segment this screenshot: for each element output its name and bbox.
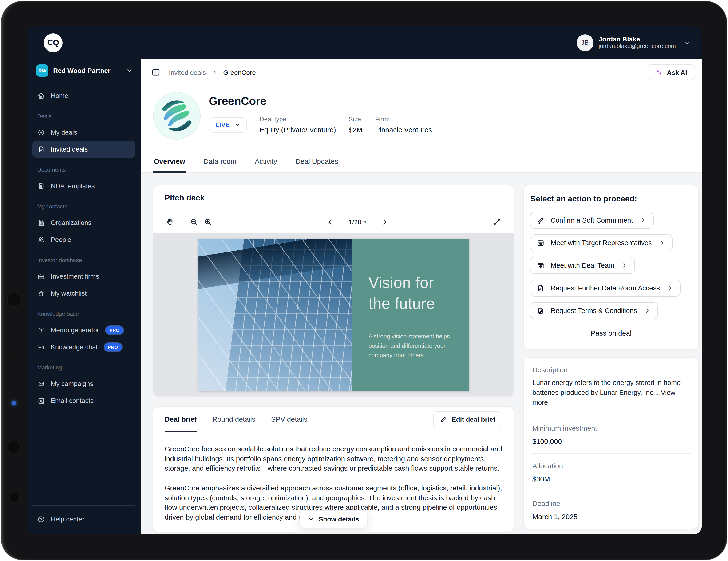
sidebar-item-my-watchlist[interactable]: My watchlist	[32, 285, 135, 302]
tab-deal-updates[interactable]: Deal Updates	[295, 149, 339, 172]
action-label: Request Terms & Conditions	[551, 307, 637, 315]
sidebar-item-my-campaigns[interactable]: My campaigns	[32, 375, 135, 392]
sidebar-item-invited-deals[interactable]: Invited deals	[32, 141, 135, 158]
sidebar-item-help-center[interactable]: Help center	[32, 511, 135, 528]
calendar-clock-icon	[537, 261, 545, 269]
sidebar-item-label: Organizations	[51, 219, 91, 226]
brief-tabbar: Deal brief Round details SPV details Edi…	[153, 407, 514, 432]
deal-size-value: $2M	[349, 126, 362, 134]
deal-type-label: Deal type	[260, 116, 336, 123]
sidebar-item-memo-generator[interactable]: Memo generator PRO	[32, 322, 135, 339]
sidebar-footer: Help center	[32, 505, 135, 534]
user-menu[interactable]: JB Jordan Blake jordan.blake@greencore.c…	[577, 34, 690, 51]
bezel-sensor-dot	[13, 353, 16, 356]
pass-on-deal-link[interactable]: Pass on deal	[530, 329, 692, 337]
app-logo[interactable]: CQ	[44, 33, 63, 52]
pitch-slide: Vision for the future A strong vision st…	[198, 238, 469, 391]
sidebar-item-my-deals[interactable]: My deals	[32, 124, 135, 141]
show-details-button[interactable]: Show details	[299, 510, 367, 528]
action-label: Meet with Target Representatives	[551, 239, 652, 246]
tab-round-details[interactable]: Round details	[212, 407, 255, 432]
allocation-section: Allocation $30M	[531, 454, 691, 491]
zoom-out-icon[interactable]	[187, 215, 201, 229]
sidebar-item-investment-firms[interactable]: Investment firms	[32, 268, 135, 285]
action-request-terms-conditions[interactable]: Request Terms & Conditions	[530, 302, 658, 319]
allocation-label: Allocation	[532, 462, 690, 470]
chevron-down-icon	[234, 122, 240, 128]
slide-body-text: A strong vision statement helps position…	[368, 332, 453, 360]
sidebar-item-nda-templates[interactable]: NDA templates	[32, 177, 135, 194]
bezel-led	[12, 401, 16, 405]
sidebar-item-label: Memo generator	[51, 326, 99, 334]
file-pen-icon	[537, 284, 545, 292]
edit-deal-brief-button[interactable]: Edit deal brief	[433, 411, 502, 427]
user-texts: Jordan Blake jordan.blake@greencore.com	[599, 36, 676, 49]
app-window: CQ JB Jordan Blake jordan.blake@greencor…	[27, 26, 702, 534]
sidebar-item-people[interactable]: People	[32, 231, 135, 248]
sidebar-section-contacts: My contacts	[32, 194, 135, 214]
sidebar-item-label: Email contacts	[51, 397, 94, 404]
sidebar-item-label: My deals	[51, 128, 77, 136]
ask-ai-label: Ask AI	[667, 68, 687, 76]
plus-circle-icon	[37, 128, 45, 136]
tab-overview[interactable]: Overview	[153, 149, 186, 172]
tab-deal-brief[interactable]: Deal brief	[165, 407, 197, 432]
deal-firm-label: Firm:	[375, 116, 432, 123]
sidebar-toggle-icon[interactable]	[151, 68, 160, 77]
chevron-right-icon	[639, 217, 647, 223]
workspace-switcher[interactable]: RW Red Wood Partner	[32, 62, 135, 79]
workspace-name: Red Wood Partner	[53, 67, 121, 74]
overview-content: Pitch deck	[141, 173, 702, 534]
sidebar-item-home[interactable]: Home	[32, 87, 135, 104]
description-label: Description	[532, 366, 690, 374]
slide-heading: Vision for the future	[368, 272, 453, 314]
breadcrumb-parent[interactable]: Invited deals	[169, 68, 206, 76]
tab-activity[interactable]: Activity	[254, 149, 278, 172]
tab-data-room[interactable]: Data room	[202, 149, 237, 172]
sidebar-item-organizations[interactable]: Organizations	[32, 214, 135, 231]
page-number: 1/20	[348, 218, 361, 226]
chevron-right-icon	[643, 307, 651, 314]
sidebar-item-label: Help center	[51, 515, 84, 523]
action-meet-deal-team[interactable]: Meet with Deal Team	[530, 257, 635, 274]
tab-spv-details[interactable]: SPV details	[271, 407, 307, 432]
bezel-mic-dot	[9, 492, 20, 503]
deal-type-field: Deal type Equity (Private/ Venture)	[260, 116, 336, 134]
user-email: jordan.blake@greencore.com	[599, 44, 676, 49]
breadcrumb-bar: Invited deals GreenCore Ask AI	[141, 59, 702, 86]
zoom-in-icon[interactable]	[201, 215, 215, 229]
page-indicator[interactable]: 1/20 ▾	[348, 218, 366, 226]
sidebar-item-email-contacts[interactable]: Email contacts	[32, 392, 135, 409]
next-page-icon[interactable]	[378, 215, 392, 229]
sidebar-section-investor-db: Investor database	[32, 248, 135, 268]
deal-tabbar: Overview Data room Activity Deal Updates	[141, 149, 702, 173]
document-check-icon	[37, 145, 45, 153]
users-icon	[37, 235, 45, 243]
sidebar: RW Red Wood Partner Home Deals My deals	[27, 59, 141, 534]
sparkles-icon	[655, 68, 663, 76]
deal-status-dropdown[interactable]: LIVE	[209, 117, 247, 132]
deal-size-label: Size	[349, 116, 362, 123]
actions-heading: Select an action to proceed:	[530, 194, 692, 204]
sidebar-item-label: NDA templates	[51, 182, 95, 190]
action-confirm-soft-commitment[interactable]: Confirm a Soft Commiment	[530, 212, 654, 229]
allocation-value: $30M	[532, 475, 690, 483]
action-request-data-room-access[interactable]: Request Further Data Room Access	[530, 279, 681, 297]
sidebar-item-label: My campaigns	[51, 380, 93, 387]
deal-logo	[153, 92, 201, 140]
building-cables-art	[198, 238, 352, 391]
action-meet-target-representatives[interactable]: Meet with Target Representatives	[530, 234, 673, 251]
previous-page-icon[interactable]	[323, 215, 337, 229]
toolbar-divider	[182, 216, 182, 228]
left-column: Pitch deck	[153, 185, 514, 534]
action-label: Confirm a Soft Commiment	[551, 216, 633, 224]
brief-paragraph: GreenCore focuses on scalable solutions …	[165, 444, 502, 474]
fullscreen-icon[interactable]	[490, 215, 504, 229]
deal-title: GreenCore	[209, 95, 432, 108]
pan-hand-icon[interactable]	[163, 215, 177, 229]
pdf-viewer[interactable]: Vision for the future A strong vision st…	[153, 233, 514, 396]
ask-ai-button[interactable]: Ask AI	[647, 64, 695, 80]
bezel-camera-dot	[7, 293, 21, 307]
sidebar-section-deals: Deals	[32, 104, 135, 124]
sidebar-item-knowledge-chat[interactable]: Knowledge chat PRO	[32, 339, 135, 355]
